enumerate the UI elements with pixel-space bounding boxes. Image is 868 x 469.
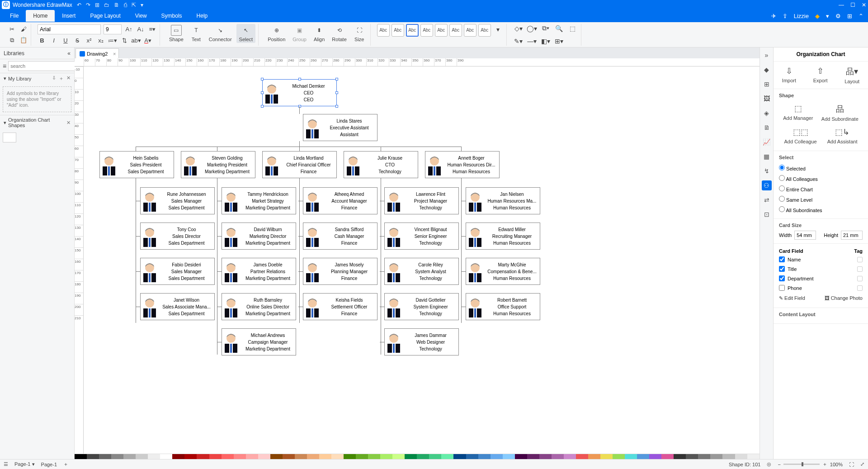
color-swatch[interactable] bbox=[283, 454, 295, 459]
color-swatch[interactable] bbox=[747, 454, 760, 459]
color-swatch[interactable] bbox=[123, 454, 136, 459]
font-family-select[interactable] bbox=[38, 24, 101, 34]
shadow-icon[interactable]: ◯▾ bbox=[527, 23, 538, 34]
save-icon[interactable]: 🗎 bbox=[114, 2, 119, 8]
font-size-select[interactable] bbox=[104, 24, 122, 34]
fullscreen-icon[interactable]: ⤢ bbox=[860, 461, 864, 467]
org-node[interactable]: David GottelierSystem EngineerTechnology bbox=[384, 293, 459, 320]
open-icon[interactable]: 🗀 bbox=[104, 2, 109, 8]
gantt-panel-icon[interactable]: ⇄ bbox=[762, 195, 772, 205]
org-node[interactable]: Marty McGhieCompensation & Bene...Human … bbox=[466, 258, 540, 285]
card-height-input[interactable] bbox=[841, 231, 863, 240]
color-swatch[interactable] bbox=[234, 454, 246, 459]
color-swatch[interactable] bbox=[246, 454, 258, 459]
org-node[interactable]: Michael AndrewsCampaign ManagerMarketing… bbox=[222, 328, 296, 355]
org-node[interactable]: Linda MortlandChief Financial OfficerFin… bbox=[262, 151, 337, 178]
color-swatch[interactable] bbox=[197, 454, 209, 459]
field-phone-check[interactable]: Phone bbox=[779, 283, 863, 293]
expand-panel-icon[interactable]: » bbox=[762, 50, 772, 60]
org-node[interactable]: Tony CooSales DirectorSales Department bbox=[140, 223, 215, 250]
org-node[interactable]: Hein SabelisSales PresidentSales Departm… bbox=[99, 151, 174, 178]
menu-view[interactable]: View bbox=[128, 10, 154, 22]
maximize-icon[interactable]: ☐ bbox=[850, 2, 855, 8]
library-menu-icon[interactable]: ≡ bbox=[3, 62, 6, 70]
color-swatch[interactable] bbox=[148, 454, 160, 459]
org-node[interactable]: Fabio DesideriSales ManagerSales Departm… bbox=[140, 258, 215, 285]
close-tab-icon[interactable]: × bbox=[113, 51, 116, 57]
field-title-check[interactable]: Title bbox=[779, 264, 863, 274]
color-swatch[interactable] bbox=[99, 454, 111, 459]
document-tab[interactable]: Drawing2 × bbox=[75, 48, 119, 58]
color-swatch[interactable] bbox=[160, 454, 172, 459]
library-search-input[interactable] bbox=[8, 61, 75, 71]
color-swatch[interactable] bbox=[478, 454, 491, 459]
color-swatch[interactable] bbox=[564, 454, 576, 459]
gift-icon[interactable]: ⚙ bbox=[835, 13, 841, 19]
color-swatch[interactable] bbox=[710, 454, 722, 459]
highlight-icon[interactable]: ab▾ bbox=[132, 36, 141, 45]
close-section-icon[interactable]: ✕ bbox=[66, 120, 71, 126]
page-select[interactable]: Page-1 ▾ bbox=[14, 461, 35, 467]
print-icon[interactable]: ⎙ bbox=[124, 2, 127, 8]
color-swatch[interactable] bbox=[515, 454, 527, 459]
radio-entire-chart[interactable]: Entire Chart bbox=[779, 184, 863, 194]
minimize-icon[interactable]: — bbox=[839, 2, 844, 8]
org-node[interactable]: Janet WilsonSales Associate Mana...Sales… bbox=[140, 293, 215, 320]
color-swatch[interactable] bbox=[552, 454, 564, 459]
color-swatch[interactable] bbox=[258, 454, 270, 459]
menu-insert[interactable]: Insert bbox=[55, 10, 83, 22]
org-node[interactable]: James DammarWeb DesignerTechnology bbox=[384, 328, 459, 355]
resize-handle[interactable] bbox=[335, 91, 338, 94]
theme-more-icon[interactable]: ▾ bbox=[493, 24, 504, 35]
position-button[interactable]: ⊕Position bbox=[265, 24, 288, 46]
org-node[interactable]: Lawrence FlintProject ManagerTechnology bbox=[384, 187, 459, 214]
underline-icon[interactable]: U bbox=[61, 36, 70, 45]
tag-toggle[interactable] bbox=[857, 266, 863, 272]
color-swatch[interactable] bbox=[735, 454, 747, 459]
org-node[interactable]: Tammy HendricksonMarket StrategyMarketin… bbox=[222, 187, 296, 214]
connector-panel-icon[interactable]: ↯ bbox=[762, 166, 772, 176]
change-photo-link[interactable]: 🖼 Change Photo bbox=[825, 295, 863, 301]
color-swatch[interactable] bbox=[417, 454, 429, 459]
color-swatch[interactable] bbox=[441, 454, 453, 459]
theme-style-2[interactable]: Abc bbox=[392, 24, 404, 37]
org-node[interactable]: James MoselyPlanning ManagerFinance bbox=[303, 258, 377, 285]
color-swatch[interactable] bbox=[392, 454, 405, 459]
close-icon[interactable]: ✕ bbox=[862, 2, 866, 8]
line-weight-icon[interactable]: ◧▾ bbox=[540, 36, 551, 47]
org-node[interactable]: Vincent BlignautSenior EngineerTechnolog… bbox=[384, 223, 459, 250]
resize-handle[interactable] bbox=[335, 105, 338, 108]
copy-icon[interactable]: ⧉ bbox=[7, 36, 16, 45]
superscript-icon[interactable]: x² bbox=[85, 36, 94, 45]
target-icon[interactable]: ◎ bbox=[767, 461, 771, 467]
font-color-icon[interactable]: A▾ bbox=[143, 36, 152, 45]
color-swatch[interactable] bbox=[527, 454, 539, 459]
redo-icon[interactable]: ↷ bbox=[86, 2, 90, 8]
org-node[interactable]: James DoeblePartner RelationsMarketing D… bbox=[222, 258, 296, 285]
send-icon[interactable]: ✈ bbox=[771, 13, 776, 19]
radio-all-subordinates[interactable]: All Subordinates bbox=[779, 204, 863, 215]
color-bar[interactable] bbox=[75, 454, 760, 459]
new-icon[interactable]: ⊞ bbox=[95, 2, 99, 8]
layers-icon[interactable]: ⊞▾ bbox=[554, 36, 565, 47]
org-node[interactable]: Atheeq AhmedAccount ManagerFinance bbox=[303, 187, 377, 214]
color-swatch[interactable] bbox=[87, 454, 99, 459]
color-swatch[interactable] bbox=[344, 454, 356, 459]
zoom-slider[interactable] bbox=[783, 464, 820, 465]
tag-toggle[interactable] bbox=[857, 285, 863, 291]
resize-handle[interactable] bbox=[261, 105, 264, 108]
org-node[interactable]: Edward MillerRecruiting ManagerHuman Res… bbox=[466, 223, 540, 250]
select-all-icon[interactable]: ⬚ bbox=[567, 23, 578, 34]
org-node[interactable]: Linda StaresExecutive AssistantAssistant bbox=[303, 114, 377, 141]
decrease-font-icon[interactable]: A↓ bbox=[136, 25, 145, 34]
add-subordinate-button[interactable]: 品Add Subordinate bbox=[821, 104, 859, 122]
org-chart-shapes-section[interactable]: ▾ Organization Chart Shapes ✕ bbox=[0, 115, 74, 130]
color-swatch[interactable] bbox=[649, 454, 661, 459]
line-color-icon[interactable]: ✎▾ bbox=[513, 36, 524, 47]
bold-icon[interactable]: B bbox=[38, 36, 47, 45]
color-swatch[interactable] bbox=[588, 454, 600, 459]
cut-icon[interactable]: ✂ bbox=[7, 25, 16, 34]
color-swatch[interactable] bbox=[380, 454, 392, 459]
page-panel-icon[interactable]: 🗎 bbox=[762, 123, 772, 133]
color-swatch[interactable] bbox=[368, 454, 380, 459]
